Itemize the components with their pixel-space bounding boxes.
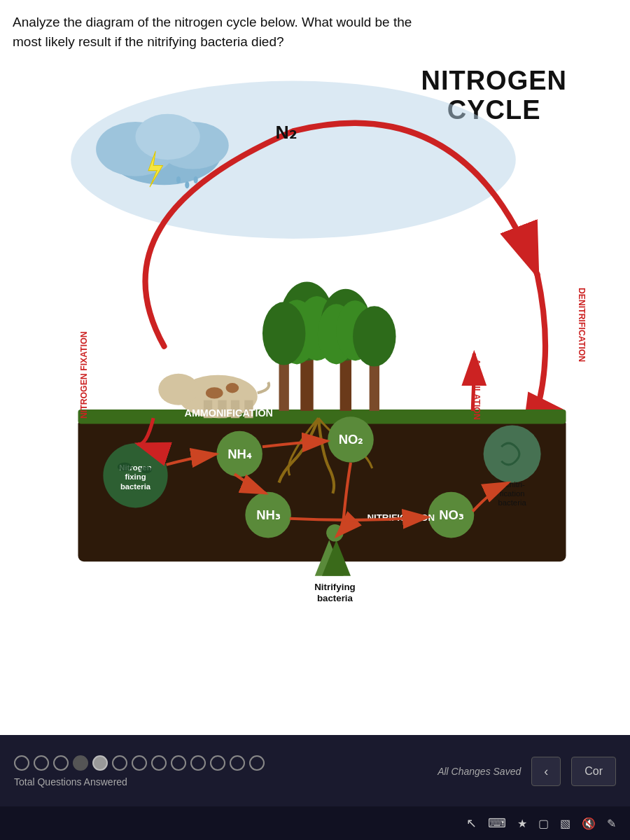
svg-text:fication: fication bbox=[500, 489, 525, 498]
all-changes-saved: All Changes Saved bbox=[438, 766, 521, 777]
volume-icon: 🔇 bbox=[582, 817, 596, 830]
dot-4[interactable] bbox=[73, 755, 88, 771]
svg-text:Nitrifying: Nitrifying bbox=[314, 582, 355, 592]
n2-label: N₂ bbox=[275, 122, 296, 143]
svg-point-33 bbox=[206, 387, 223, 398]
svg-text:bacteria: bacteria bbox=[498, 498, 527, 507]
pen-icon: ✎ bbox=[607, 817, 616, 830]
svg-point-8 bbox=[194, 176, 198, 183]
cursor-icon: ↖ bbox=[466, 816, 477, 831]
dot-8[interactable] bbox=[151, 755, 167, 771]
window-icon: ▢ bbox=[538, 817, 549, 830]
toolbar-right: All Changes Saved ‹ Cor bbox=[438, 757, 616, 786]
svg-point-26 bbox=[353, 306, 396, 366]
svg-point-24 bbox=[262, 302, 306, 365]
cor-button[interactable]: Cor bbox=[571, 757, 616, 786]
dot-10[interactable] bbox=[190, 755, 206, 771]
svg-text:NH₄: NH₄ bbox=[227, 447, 252, 461]
bottom-toolbar: Total Questions Answered All Changes Sav… bbox=[0, 736, 630, 806]
wifi-icon: ▧ bbox=[560, 817, 570, 830]
nav-back-button[interactable]: ‹ bbox=[531, 757, 561, 786]
progress-dots bbox=[14, 755, 265, 771]
nitrogen-cycle-svg: N₂ bbox=[35, 66, 609, 640]
dot-5[interactable] bbox=[92, 755, 108, 771]
dot-9[interactable] bbox=[171, 755, 186, 771]
dot-1[interactable] bbox=[14, 755, 29, 771]
svg-point-7 bbox=[185, 181, 189, 188]
dot-13[interactable] bbox=[249, 755, 265, 771]
toolbar-left: Total Questions Answered bbox=[14, 755, 265, 788]
svg-text:bacteria: bacteria bbox=[120, 482, 151, 491]
dot-2[interactable] bbox=[34, 755, 49, 771]
bluetooth-icon: ★ bbox=[517, 817, 527, 830]
ammonification-label: AMMONIFICATION bbox=[185, 407, 273, 419]
main-content: Analyze the diagram of the nitrogen cycl… bbox=[0, 0, 630, 735]
svg-text:bacteria: bacteria bbox=[317, 593, 354, 603]
total-questions-label: Total Questions Answered bbox=[14, 776, 265, 788]
svg-text:NO₂: NO₂ bbox=[339, 432, 363, 447]
svg-point-4 bbox=[136, 114, 200, 160]
question-line1: Analyze the diagram of the nitrogen cycl… bbox=[13, 15, 412, 29]
svg-point-39 bbox=[118, 463, 132, 471]
nitrogen-fixation-label: NITROGEN FIXATION bbox=[79, 331, 89, 419]
network-icon: ⌨ bbox=[488, 816, 506, 831]
svg-text:NO₃: NO₃ bbox=[439, 507, 464, 522]
dot-11[interactable] bbox=[210, 755, 225, 771]
dot-7[interactable] bbox=[132, 755, 147, 771]
dot-12[interactable] bbox=[230, 755, 245, 771]
svg-text:NH₃: NH₃ bbox=[256, 507, 281, 522]
dot-6[interactable] bbox=[112, 755, 127, 771]
svg-point-54 bbox=[484, 426, 541, 483]
svg-point-32 bbox=[158, 374, 198, 405]
system-tray: ↖ ⌨ ★ ▢ ▧ 🔇 ✎ bbox=[0, 806, 630, 840]
question-line2: most likely result if the nitrifying bac… bbox=[13, 34, 284, 49]
svg-point-34 bbox=[226, 383, 239, 393]
denitrification-label: DENITRIFICATION bbox=[577, 288, 587, 362]
svg-text:fixing: fixing bbox=[125, 472, 146, 481]
question-text: Analyze the diagram of the nitrogen cycl… bbox=[13, 13, 617, 51]
diagram-container: NITROGEN CYCLE bbox=[35, 66, 609, 640]
dot-3[interactable] bbox=[53, 755, 69, 771]
svg-point-40 bbox=[141, 466, 152, 473]
svg-point-6 bbox=[176, 176, 181, 183]
